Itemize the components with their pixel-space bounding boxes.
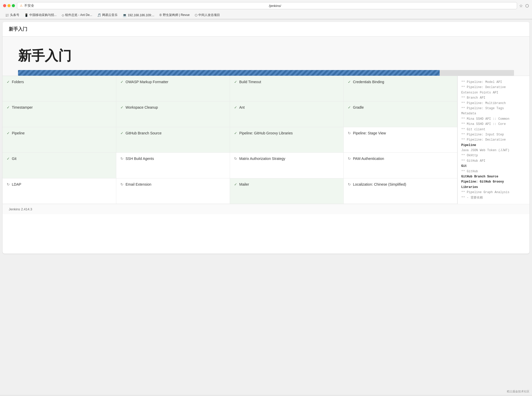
plugin-name: Ant [239,105,245,110]
sidebar-line: ** Mina SSHD API :: Core [461,122,526,127]
progress-bar-container [18,70,514,76]
loading-icon: ↻ [7,182,10,186]
minimize-dot[interactable] [7,4,11,7]
browser-action-icons: ☆ ⬡ [519,3,529,8]
close-dot[interactable] [3,4,6,7]
progress-bar-fill [18,70,440,76]
sidebar-line: Pipeline: GitHub Groovy [461,179,526,184]
bookmark-favicon: ® [159,13,162,17]
security-warning-text: 不安全 [24,3,34,8]
plugin-grid-wrapper: ✓Folders✓OWASP Markup Formatter✓Build Ti… [3,76,529,204]
bookmark-item[interactable]: 📱中国移动采购与招... [22,12,59,18]
plugin-cell: ✓Pipeline [3,127,116,153]
sidebar-line: ** Pipeline Graph Analysis [461,190,526,195]
sidebar-line: ** Pipeline: Declarative [461,137,526,142]
loading-icon: ↻ [348,131,351,135]
sidebar-line: ** Pipeline: Input Step [461,132,526,137]
url-text: /jenkins/ [36,4,514,8]
bookmark-item[interactable]: 🎵网易云音乐 [95,12,120,18]
check-icon: ✓ [234,182,237,186]
check-icon: ✓ [7,157,10,161]
sidebar-line: ** GitHub [461,169,526,174]
page-footer: Jenkins 2.414.3 [3,204,529,214]
plugin-name: Credentials Binding [353,80,384,85]
plugin-name: OWASP Markup Formatter [126,80,168,85]
sidebar-line: ** Pipeline: Model API [461,80,526,85]
plugin-cell: ✓Mailer [230,178,344,204]
page-header-title: 新手入门 [9,27,27,32]
plugin-name: Timestamper [12,105,33,110]
sidebar-line: Git [461,163,526,169]
right-sidebar: ** Pipeline: Model API** Pipeline: Decla… [457,76,529,204]
bookmark-label: 野生架构师 | Revue [163,13,190,17]
loading-icon: ↻ [348,182,351,186]
plugin-name: SSH Build Agents [126,156,154,161]
jenkins-version: Jenkins 2.414.3 [9,207,32,211]
sidebar-line: ** Pipeline: Multibranch [461,101,526,106]
plugin-name: Pipeline: GitHub Groovy Libraries [239,131,293,136]
bookmark-item[interactable]: ⬡中间人攻击项目 [193,12,222,18]
plugin-cell: ↻Localization: Chinese (Simplified) [344,178,457,204]
bookmark-item[interactable]: 📰头条号 [3,12,21,18]
titlebar: ⚠ 不安全 /jenkins/ ☆ ⬡ [0,0,532,11]
bookmark-favicon: 📰 [5,13,9,17]
plugin-name: Pipeline [12,131,25,136]
bookmark-label: 组件总览 - Ant De... [65,13,92,17]
bookmark-favicon: 🎵 [97,13,101,17]
bookmark-favicon: ⬡ [195,13,197,17]
check-icon: ✓ [7,80,10,84]
sidebar-line: ** OkHttp [461,153,526,158]
bookmark-label: 头条号 [10,13,19,17]
plugin-cell: ✓GitHub Branch Source [116,127,230,153]
sidebar-line: ** - 需要依赖 [461,195,526,200]
watermark: 稻土掘金技术社区 [507,390,529,393]
plugin-cell: ✓Folders [3,76,116,101]
check-icon: ✓ [120,80,123,84]
plugin-grid: ✓Folders✓OWASP Markup Formatter✓Build Ti… [3,76,457,204]
plugin-name: Email Extension [126,182,151,187]
plugin-name: Gradle [353,105,364,110]
sidebar-line: Pipeline [461,143,526,148]
browser-chrome: ⚠ 不安全 /jenkins/ ☆ ⬡ 📰头条号📱中国移动采购与招...◇组件总… [0,0,532,19]
bookmark-item[interactable]: ◇组件总览 - Ant De... [60,12,94,18]
bookmark-label: 网易云音乐 [102,13,118,17]
bookmark-label: 中国移动采购与招... [29,13,57,17]
bookmarks-bar: 📰头条号📱中国移动采购与招...◇组件总览 - Ant De...🎵网易云音乐💻… [0,11,532,19]
loading-icon: ↻ [120,182,123,186]
plugin-name: Workspace Cleanup [126,105,158,110]
sidebar-line: ** Branch API [461,95,526,100]
check-icon: ✓ [120,105,123,109]
loading-icon: ↻ [120,157,123,161]
sidebar-line: ** Pipeline: Stage Tags [461,106,526,111]
sidebar-line: GitHub Branch Source [461,174,526,179]
plugin-name: PAM Authentication [353,156,384,161]
plugin-cell: ✓Credentials Binding [344,76,457,101]
check-icon: ✓ [7,105,10,109]
plugin-cell: ✓Gradle [344,101,457,127]
check-icon: ✓ [120,131,123,135]
bookmark-item[interactable]: ®野生架构师 | Revue [157,12,192,18]
page-container: 新手入门 新手入门 ✓Folders✓OWASP Markup Formatte… [3,22,529,254]
check-icon: ✓ [234,131,237,135]
check-icon: ✓ [234,105,237,109]
maximize-dot[interactable] [12,4,15,7]
bookmark-item[interactable]: 💻192.168.186.109:... [121,13,156,18]
security-warning-icon: ⚠ [20,4,23,7]
plugin-name: Localization: Chinese (Simplified) [353,182,406,187]
check-icon: ✓ [234,80,237,84]
plugin-name: LDAP [12,182,21,187]
check-icon: ✓ [348,105,351,109]
address-bar[interactable]: ⚠ 不安全 /jenkins/ [17,2,517,9]
bookmark-favicon: 💻 [123,13,127,17]
bookmark-icon[interactable]: ☆ [519,3,523,8]
sidebar-line: Metadata [461,111,526,116]
extensions-icon[interactable]: ⬡ [525,3,529,8]
plugin-cell: ↻LDAP [3,178,116,204]
plugin-cell: ✓Git [3,153,116,178]
sidebar-line: ** Pipeline: Declarative [461,85,526,90]
window-controls [3,4,15,7]
check-icon: ✓ [7,131,10,135]
plugin-cell: ✓Ant [230,101,344,127]
sidebar-line: ** GitHub API [461,158,526,163]
hero-title: 新手入门 [18,47,514,65]
